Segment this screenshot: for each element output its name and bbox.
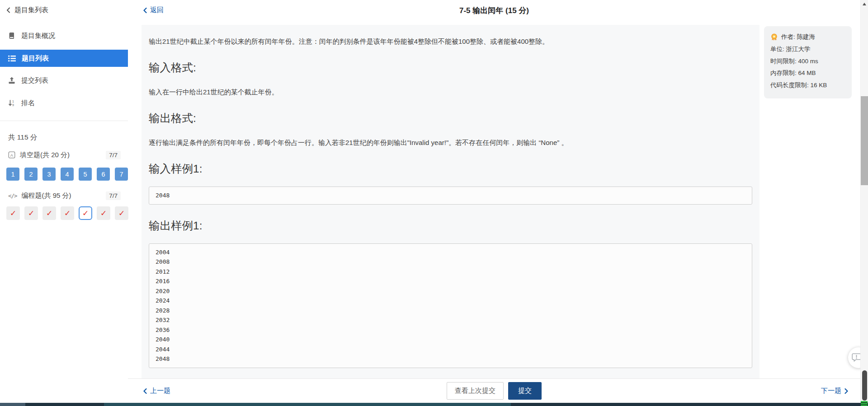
fill-blank-problem-button[interactable]: 5 bbox=[79, 168, 92, 181]
sidebar-divider bbox=[0, 121, 128, 121]
book-icon bbox=[8, 32, 15, 39]
submit-button[interactable]: 提交 bbox=[508, 382, 542, 400]
scrollbar-thumb[interactable] bbox=[861, 96, 868, 185]
page-scrollbar[interactable] bbox=[860, 0, 868, 403]
output-format-body: 逐行输出满足条件的所有闰年年份，即每个年份占一行。输入若非21世纪的年份则输出"… bbox=[149, 138, 752, 148]
taskbar-segment bbox=[104, 403, 511, 406]
scrollbar-thumb-dark[interactable] bbox=[862, 370, 867, 401]
fill-blank-problem-buttons: 1 2 3 4 5 6 7 bbox=[6, 168, 128, 181]
sidebar-back-label: 题目集列表 bbox=[14, 6, 48, 14]
check-icon: ✓ bbox=[100, 209, 107, 218]
check-icon: ✓ bbox=[10, 209, 16, 218]
sample-input-heading: 输入样例1: bbox=[149, 162, 752, 176]
fill-blank-problem-button[interactable]: 3 bbox=[42, 168, 56, 181]
unit-line: 单位: 浙江大学 bbox=[770, 43, 845, 56]
sidebar-item-problem-list[interactable]: 题目列表 bbox=[0, 50, 128, 67]
output-format-heading: 输出格式: bbox=[149, 112, 752, 125]
problem-info-panel: ★ 作者: 陈建海 单位: 浙江大学 时间限制: 400 ms 内存限制: 64… bbox=[764, 26, 852, 98]
check-icon: ✓ bbox=[46, 209, 52, 218]
next-problem-link[interactable]: 下一题 bbox=[821, 387, 848, 395]
fill-blank-problem-button[interactable]: 4 bbox=[61, 168, 74, 181]
problem-card: 输出21世纪中截止某个年份以来的所有闰年年份。注意：闰年的判别条件是该年年份能被… bbox=[142, 25, 760, 378]
scrollbar-up-arrow-icon[interactable] bbox=[863, 3, 866, 5]
author-value: 作者: 陈建海 bbox=[781, 31, 815, 43]
prev-problem-label: 上一题 bbox=[150, 387, 170, 395]
chevron-left-icon bbox=[6, 7, 10, 13]
fill-blank-problem-button[interactable]: 6 bbox=[97, 168, 110, 181]
upload-icon bbox=[8, 77, 15, 84]
svg-text:A: A bbox=[10, 153, 14, 158]
chevron-right-icon bbox=[844, 388, 848, 394]
problem-description: 输出21世纪中截止某个年份以来的所有闰年年份。注意：闰年的判别条件是该年年份能被… bbox=[149, 25, 752, 47]
check-icon: ✓ bbox=[82, 209, 89, 218]
chevron-left-icon bbox=[143, 388, 147, 394]
sidebar-item-submissions[interactable]: 提交列表 bbox=[0, 73, 128, 88]
fill-blank-progress-badge: 7/7 bbox=[106, 151, 121, 159]
sidebar-item-label: 题目列表 bbox=[22, 54, 49, 63]
main-content: 返回 7-5 输出闰年 (15 分) 输出21世纪中截止某个年份以来的所有闰年年… bbox=[128, 0, 860, 403]
tray-indicator bbox=[861, 401, 868, 406]
programming-problem-button[interactable]: ✓ bbox=[24, 206, 38, 220]
app-window: 题目集列表 题目集概况 题目列表 提交列表 bbox=[0, 0, 868, 406]
svg-text:1: 1 bbox=[12, 100, 14, 103]
check-icon: ✓ bbox=[28, 209, 34, 218]
taskbar-segment bbox=[0, 403, 25, 406]
programming-progress-badge: 7/7 bbox=[106, 191, 121, 200]
bottom-action-bar: 上一题 查看上次提交 提交 下一题 bbox=[128, 378, 860, 403]
sample-output-code: 2004 2008 2012 2016 2020 2024 2028 2032 … bbox=[149, 243, 752, 368]
taskbar-edge bbox=[0, 403, 868, 406]
fill-blank-problem-button[interactable]: 2 bbox=[24, 168, 38, 181]
sort-numeric-icon: 1 9 bbox=[8, 99, 15, 107]
list-icon bbox=[8, 55, 16, 62]
input-format-body: 输入在一行中给出21世纪的某个截止年份。 bbox=[149, 87, 752, 97]
input-format-heading: 输入格式: bbox=[149, 61, 752, 75]
svg-text:9: 9 bbox=[12, 103, 14, 107]
code-length-limit-line: 代码长度限制: 16 KB bbox=[770, 79, 845, 92]
page-title: 7-5 输出闰年 (15 分) bbox=[128, 5, 860, 16]
check-icon: ✓ bbox=[118, 209, 125, 218]
sidebar-back-problem-sets[interactable]: 题目集列表 bbox=[6, 6, 48, 14]
sample-output-heading: 输出样例1: bbox=[149, 219, 752, 233]
svg-text:★: ★ bbox=[773, 35, 776, 38]
code-icon: </> bbox=[8, 192, 17, 199]
fill-blank-group: A 填空题(共 20 分) 7/7 bbox=[8, 149, 121, 161]
sidebar-item-ranking[interactable]: 1 9 排名 bbox=[0, 95, 128, 111]
sidebar-item-overview[interactable]: 题目集概况 bbox=[0, 28, 128, 43]
medal-icon: ★ bbox=[770, 33, 778, 41]
view-last-submission-button[interactable]: 查看上次提交 bbox=[447, 382, 504, 400]
programming-problem-button[interactable]: ✓ bbox=[6, 206, 20, 220]
next-problem-label: 下一题 bbox=[821, 387, 841, 395]
fill-blank-label: 填空题(共 20 分) bbox=[20, 151, 70, 159]
programming-problem-button[interactable]: ✓ bbox=[42, 206, 56, 220]
prev-problem-link[interactable]: 上一题 bbox=[143, 387, 170, 395]
fill-blank-problem-button[interactable]: 1 bbox=[6, 168, 19, 181]
programming-problem-button[interactable]: ✓ bbox=[97, 206, 110, 220]
programming-group: </> 编程题(共 95 分) 7/7 bbox=[8, 190, 121, 201]
sidebar: 题目集列表 题目集概况 题目列表 提交列表 bbox=[0, 0, 128, 403]
programming-problem-button[interactable]: ✓ bbox=[61, 206, 74, 220]
fill-blank-icon: A bbox=[8, 151, 15, 159]
total-score-label: 共 115 分 bbox=[8, 133, 37, 142]
sidebar-item-label: 提交列表 bbox=[21, 76, 48, 85]
sidebar-item-label: 排名 bbox=[21, 99, 35, 107]
programming-label: 编程题(共 95 分) bbox=[22, 191, 71, 200]
check-icon: ✓ bbox=[64, 209, 71, 218]
time-limit-line: 时间限制: 400 ms bbox=[770, 56, 845, 68]
programming-problem-buttons: ✓ ✓ ✓ ✓ ✓ ✓ ✓ bbox=[6, 206, 128, 220]
sample-input-code: 2048 bbox=[149, 187, 752, 205]
sidebar-item-label: 题目集概况 bbox=[21, 32, 55, 40]
fill-blank-problem-button[interactable]: 7 bbox=[115, 168, 128, 181]
memory-limit-line: 内存限制: 64 MB bbox=[770, 67, 845, 79]
author-line: ★ 作者: 陈建海 bbox=[770, 31, 845, 43]
programming-problem-button-current[interactable]: ✓ bbox=[79, 206, 92, 220]
programming-problem-button[interactable]: ✓ bbox=[115, 206, 128, 220]
